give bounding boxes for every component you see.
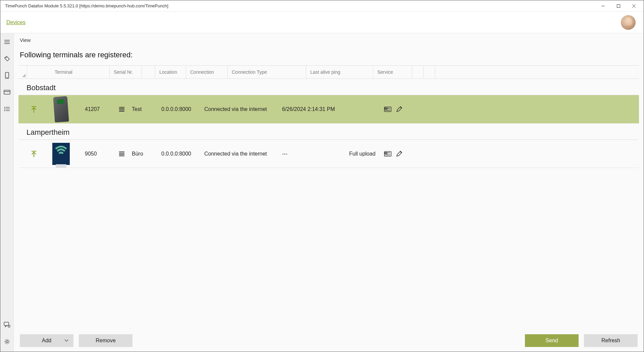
page-title: Following terminals are registered: (14, 47, 644, 65)
table-row[interactable]: 9050Büro0.0.0.0:8000Connected via the in… (18, 140, 639, 168)
breadcrumb-devices[interactable]: Devices (6, 19, 25, 25)
svg-point-7 (5, 57, 6, 58)
pencil-icon[interactable] (393, 151, 405, 157)
terminals-table: Terminal Serial Nr. Location Connection … (18, 65, 639, 168)
col-connection[interactable]: Connection (186, 66, 228, 78)
cell-location: Büro (128, 151, 158, 157)
table-row[interactable]: 41207Test0.0.0.0:8000Connected via the i… (18, 95, 639, 123)
device-icon[interactable] (0, 70, 14, 81)
col-connection-type[interactable]: Connection Type (228, 66, 306, 78)
list-lines-icon[interactable] (115, 107, 128, 112)
card-icon[interactable] (0, 87, 14, 98)
device-thumbnail (41, 143, 82, 165)
cell-location: Test (128, 106, 158, 112)
add-button-label: Add (42, 338, 51, 344)
table-corner[interactable] (18, 66, 27, 78)
upload-arrow-icon[interactable] (27, 150, 41, 158)
window-maximize-button[interactable] (611, 1, 626, 11)
chevron-down-icon (64, 338, 69, 344)
header-bar: Devices (0, 12, 644, 33)
cell-connection: 0.0.0.0:8000 (158, 106, 201, 112)
sidebar (0, 33, 14, 352)
svg-point-16 (4, 110, 5, 111)
col-terminal[interactable]: Terminal (51, 66, 110, 78)
pencil-icon[interactable] (393, 106, 405, 113)
col-service[interactable]: Service (373, 66, 412, 78)
window-titlebar: TimePunch Datafox Module 5.5.321.0 [http… (0, 0, 644, 12)
col-serial[interactable]: Serial Nr. (110, 66, 142, 78)
group-header[interactable]: Bobstadt (18, 79, 639, 95)
feedback-icon[interactable] (0, 319, 14, 330)
refresh-button[interactable]: Refresh (584, 334, 638, 347)
svg-point-12 (4, 107, 5, 108)
svg-rect-10 (4, 90, 10, 94)
id-card-icon[interactable] (382, 107, 393, 112)
tag-icon[interactable] (0, 53, 14, 64)
window-title: TimePunch Datafox Module 5.5.321.0 [http… (5, 3, 595, 8)
cell-connection-type: Connected via the internet (201, 151, 279, 157)
send-button[interactable]: Send (525, 334, 579, 347)
svg-rect-1 (617, 4, 620, 7)
group-header[interactable]: Lampertheim (18, 123, 639, 139)
hamburger-icon[interactable] (0, 37, 14, 47)
cell-connection: 0.0.0.0:8000 (158, 151, 201, 157)
footer-bar: Add Remove Send Refresh (14, 330, 644, 352)
list-lines-icon[interactable] (115, 151, 128, 157)
cell-ping: 6/26/2024 2:14:31 PM (279, 106, 346, 112)
col-last-ping[interactable]: Last alive ping (306, 66, 373, 78)
window-close-button[interactable] (626, 1, 642, 11)
window-minimize-button[interactable] (595, 1, 611, 11)
cell-connection-type: Connected via the internet (201, 106, 279, 112)
cell-serial: 41207 (82, 106, 115, 112)
gear-icon[interactable] (0, 336, 14, 347)
view-menu[interactable]: View (14, 33, 644, 47)
cell-service: Full upload (346, 151, 382, 157)
id-card-icon[interactable] (382, 151, 393, 157)
add-button[interactable]: Add (20, 334, 73, 347)
remove-button[interactable]: Remove (79, 334, 132, 347)
upload-arrow-icon[interactable] (27, 105, 41, 113)
device-thumbnail (41, 97, 82, 122)
cell-serial: 9050 (82, 151, 115, 157)
svg-point-14 (4, 109, 5, 109)
avatar[interactable] (621, 15, 636, 30)
list-icon[interactable] (0, 104, 14, 114)
svg-rect-18 (4, 322, 9, 326)
cell-ping: --- (279, 151, 346, 157)
main-content: View Following terminals are registered:… (14, 33, 644, 352)
svg-point-20 (6, 341, 8, 343)
col-location[interactable]: Location (155, 66, 186, 78)
svg-point-19 (8, 325, 10, 327)
table-header-row: Terminal Serial Nr. Location Connection … (18, 65, 639, 79)
